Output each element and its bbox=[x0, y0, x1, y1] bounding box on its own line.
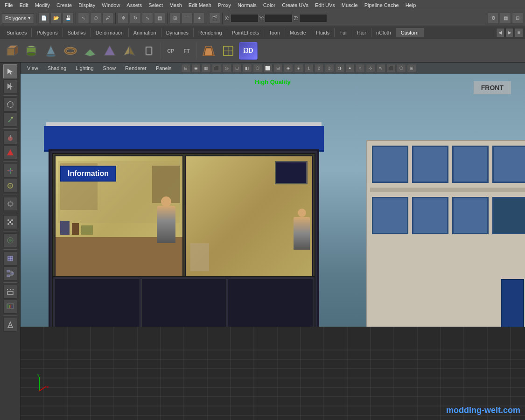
menu-help[interactable]: Help bbox=[403, 1, 419, 9]
shelf-prism-icon[interactable] bbox=[101, 42, 119, 60]
lasso-select-icon[interactable] bbox=[3, 98, 17, 112]
z-input[interactable] bbox=[299, 14, 327, 22]
tab-muscle[interactable]: Muscle bbox=[285, 28, 311, 37]
menu-create-uvs[interactable]: Create UVs bbox=[279, 1, 311, 9]
tab-fur[interactable]: Fur bbox=[335, 28, 352, 37]
tab-subdivs[interactable]: Subdivs bbox=[63, 28, 91, 37]
menu-edit-uvs[interactable]: Edit UVs bbox=[312, 1, 338, 9]
shelf-cp-icon[interactable]: CP bbox=[164, 42, 178, 60]
vp-wireframe-icon[interactable]: ⊟ bbox=[181, 64, 190, 72]
brush-tool-icon[interactable] bbox=[3, 112, 17, 126]
paint-select-icon[interactable] bbox=[3, 131, 17, 145]
vp-menu-view[interactable]: View bbox=[23, 64, 42, 72]
shelf-next-btn[interactable]: ▶ bbox=[505, 28, 514, 37]
shelf-i3d-icon[interactable]: i3D bbox=[239, 42, 258, 60]
red-paint-icon[interactable] bbox=[3, 146, 17, 160]
rotate-icon[interactable]: ↻ bbox=[130, 13, 141, 24]
menu-modify[interactable]: Modify bbox=[32, 1, 53, 9]
move-icon[interactable]: ✥ bbox=[118, 13, 129, 24]
vp-cam-icon[interactable]: ⬡ bbox=[253, 64, 262, 72]
vp-sel2-icon[interactable]: ⊞ bbox=[273, 64, 283, 72]
tab-toon[interactable]: Toon bbox=[264, 28, 285, 37]
scene-hierarchy-icon[interactable] bbox=[3, 266, 17, 280]
vp-ao-btn[interactable]: ● bbox=[345, 64, 355, 72]
deform-nonlinear-icon[interactable] bbox=[3, 252, 17, 266]
vp-sel3-icon[interactable]: ◈ bbox=[284, 64, 293, 72]
tab-ncloth[interactable]: nCloth bbox=[371, 28, 396, 37]
paint-icon[interactable]: 🖊 bbox=[102, 13, 113, 24]
menu-muscle[interactable]: Muscle bbox=[339, 1, 361, 9]
last-tool-icon[interactable]: ▤ bbox=[154, 13, 165, 24]
move3d-icon[interactable] bbox=[3, 164, 17, 178]
vp-smooth-icon[interactable]: ◉ bbox=[191, 64, 201, 72]
vp-grid-btn[interactable]: ⊹ bbox=[366, 64, 375, 72]
scale-icon[interactable]: ⤡ bbox=[142, 13, 153, 24]
open-scene-icon[interactable]: 📂 bbox=[50, 13, 62, 24]
menu-create[interactable]: Create bbox=[54, 1, 75, 9]
menu-window[interactable]: Window bbox=[99, 1, 123, 9]
tab-hair[interactable]: Hair bbox=[352, 28, 371, 37]
menu-mesh[interactable]: Mesh bbox=[167, 1, 185, 9]
save-scene-icon[interactable]: 💾 bbox=[63, 13, 74, 24]
new-scene-icon[interactable]: 📄 bbox=[38, 13, 49, 24]
tab-rendering[interactable]: Rendering bbox=[194, 28, 227, 37]
shelf-cube-icon[interactable] bbox=[3, 42, 21, 60]
tab-animation[interactable]: Animation bbox=[129, 28, 161, 37]
vp-menu-panels[interactable]: Panels bbox=[152, 64, 175, 72]
menu-edit[interactable]: Edit bbox=[17, 1, 31, 9]
y-input[interactable] bbox=[265, 14, 293, 22]
soft-select-icon[interactable] bbox=[3, 233, 17, 247]
vp-shad-btn[interactable]: ◑ bbox=[335, 64, 344, 72]
vp-anim-btn[interactable]: ⬡ bbox=[397, 64, 406, 72]
menu-proxy[interactable]: Proxy bbox=[215, 1, 234, 9]
vp-sel1-icon[interactable]: ⬜ bbox=[263, 64, 273, 72]
vp-light-icon[interactable]: ◎ bbox=[222, 64, 231, 72]
menu-normals[interactable]: Normals bbox=[235, 1, 259, 9]
menu-assets[interactable]: Assets bbox=[124, 1, 145, 9]
vp-menu-shading[interactable]: Shading bbox=[44, 64, 70, 72]
tab-surfaces[interactable]: Surfaces bbox=[2, 28, 32, 37]
shelf-plane-icon[interactable] bbox=[81, 42, 99, 60]
tab-dynamics[interactable]: Dynamics bbox=[161, 28, 194, 37]
menu-pipeline-cache[interactable]: Pipeline Cache bbox=[362, 1, 402, 9]
tab-fluids[interactable]: Fluids bbox=[311, 28, 335, 37]
vp-iso-icon[interactable]: ◧ bbox=[243, 64, 252, 72]
tab-painteffects[interactable]: PaintEffects bbox=[227, 28, 265, 37]
select-tool-icon[interactable] bbox=[3, 64, 17, 78]
vp-menu-lighting[interactable]: Lighting bbox=[72, 64, 98, 72]
viewport[interactable]: View Shading Lighting Show Renderer Pane… bbox=[21, 63, 525, 420]
icon-extra1[interactable]: ▦ bbox=[500, 13, 511, 24]
shelf-torus-icon[interactable] bbox=[62, 42, 79, 60]
render-icon[interactable]: 🎬 bbox=[209, 13, 220, 24]
shelf-pyramid-icon[interactable] bbox=[120, 42, 138, 60]
vp-res-mid-icon[interactable]: 2 bbox=[315, 64, 324, 72]
icon-extra2[interactable]: ⊟ bbox=[512, 13, 523, 24]
polygon-mode-dropdown[interactable]: Polygons ▾ bbox=[2, 13, 34, 23]
render-settings-icon[interactable]: ⚙ bbox=[488, 13, 499, 24]
shelf-pipe-icon[interactable] bbox=[140, 42, 158, 60]
vp-cam2-btn[interactable]: ⬛ bbox=[386, 64, 396, 72]
vp-extra-btn[interactable]: ↖ bbox=[376, 64, 385, 72]
vp-menu-show[interactable]: Show bbox=[99, 64, 120, 72]
lasso-icon[interactable]: ⬡ bbox=[90, 13, 101, 24]
quick-select-icon[interactable] bbox=[3, 318, 17, 332]
snap-point-icon[interactable]: ● bbox=[194, 13, 205, 24]
rotate3d-icon[interactable] bbox=[3, 179, 17, 193]
vp-texture-icon[interactable]: ⬛ bbox=[212, 64, 221, 72]
menu-display[interactable]: Display bbox=[76, 1, 98, 9]
shelf-prev-btn[interactable]: ◀ bbox=[496, 28, 504, 37]
paint-weights-icon[interactable] bbox=[3, 300, 17, 314]
universal-manip-icon[interactable] bbox=[3, 197, 17, 211]
show-manip-icon[interactable] bbox=[3, 285, 17, 299]
shelf-menu-btn[interactable]: ≡ bbox=[515, 28, 523, 37]
x-input[interactable] bbox=[231, 14, 259, 22]
shelf-deform-icon[interactable] bbox=[200, 42, 217, 60]
vp-shading-icon[interactable]: ▦ bbox=[202, 64, 211, 72]
menu-color[interactable]: Color bbox=[260, 1, 278, 9]
snap-grid-icon[interactable]: ⊞ bbox=[169, 13, 181, 24]
tab-custom[interactable]: Custom bbox=[396, 28, 424, 37]
menu-file[interactable]: File bbox=[2, 1, 16, 9]
menu-select[interactable]: Select bbox=[146, 1, 166, 9]
tab-polygons[interactable]: Polygons bbox=[32, 28, 63, 37]
vp-sel4-icon[interactable]: ◈ bbox=[294, 64, 303, 72]
